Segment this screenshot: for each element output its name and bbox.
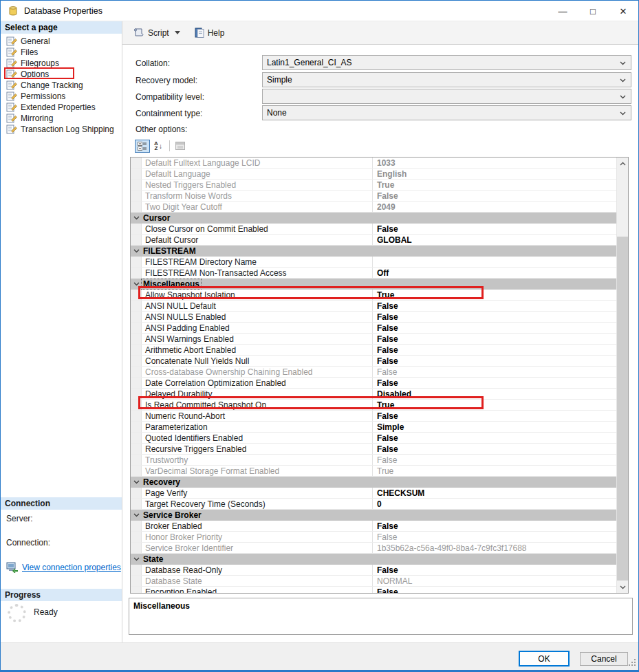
property-value[interactable]: False [373, 367, 616, 377]
property-value[interactable]: English [373, 169, 616, 179]
close-button[interactable]: ✕ [608, 1, 638, 21]
category-row-filestream[interactable]: FILESTREAM [131, 246, 616, 257]
resize-grip[interactable] [629, 659, 636, 666]
sidebar-item-general[interactable]: General [1, 36, 122, 47]
property-value[interactable]: False [373, 312, 616, 322]
scroll-thumb[interactable] [617, 237, 628, 581]
property-row-service-broker-identifier[interactable]: Service Broker Identifier 1b35b62a-c56a-… [131, 543, 616, 554]
collapse-chevron-icon[interactable] [133, 557, 140, 561]
property-row-honor-broker-priority[interactable]: Honor Broker Priority False [131, 532, 616, 543]
collapse-chevron-icon[interactable] [133, 513, 140, 517]
property-value[interactable] [373, 257, 616, 267]
collapse-chevron-icon[interactable] [133, 249, 140, 253]
property-row-two-digit-year-cutoff[interactable]: Two Digit Year Cutoff 2049 [131, 202, 616, 213]
property-value[interactable]: False [373, 191, 616, 201]
property-row-target-recovery-time-seconds[interactable]: Target Recovery Time (Seconds) 0 [131, 499, 616, 510]
help-button[interactable]: Help [191, 25, 228, 41]
property-row-transform-noise-words[interactable]: Transform Noise Words False [131, 191, 616, 202]
property-row-quoted-identifiers-enabled[interactable]: Quoted Identifiers Enabled False [131, 433, 616, 444]
sidebar-item-mirroring[interactable]: Mirroring [1, 113, 122, 124]
script-button[interactable]: Script [129, 25, 191, 40]
property-value[interactable]: 2049 [373, 202, 616, 212]
collation-select[interactable]: Latin1_General_CI_AS [262, 55, 631, 70]
property-row-database-read-only[interactable]: Database Read-Only False [131, 565, 616, 576]
property-value[interactable]: False [373, 378, 616, 388]
property-value[interactable]: True [373, 400, 616, 410]
property-value[interactable]: Disabled [373, 389, 616, 399]
sidebar-item-change-tracking[interactable]: Change Tracking [1, 80, 122, 91]
property-value[interactable]: True [373, 290, 616, 300]
sidebar-item-extended-properties[interactable]: Extended Properties [1, 102, 122, 113]
property-row-encryption-enabled[interactable]: Encryption Enabled False [131, 587, 616, 594]
property-row-database-state[interactable]: Database State NORMAL [131, 576, 616, 587]
category-row-service-broker[interactable]: Service Broker [131, 510, 616, 521]
property-value[interactable]: False [373, 455, 616, 465]
property-value[interactable]: 1b35b62a-c56a-49f0-8ba4-7c9fc3f17688 [373, 543, 616, 553]
view-connection-properties-link[interactable]: View connection properties [22, 563, 121, 572]
property-value[interactable]: False [373, 565, 616, 575]
property-row-filestream-non-transacted-access[interactable]: FILESTREAM Non-Transacted Access Off [131, 268, 616, 279]
script-dropdown-arrow-icon[interactable] [175, 31, 180, 34]
category-row-cursor[interactable]: Cursor [131, 213, 616, 224]
property-row-default-cursor[interactable]: Default Cursor GLOBAL [131, 235, 616, 246]
category-row-recovery[interactable]: Recovery [131, 477, 616, 488]
property-value[interactable]: True [373, 180, 616, 190]
property-row-concatenate-null-yields-null[interactable]: Concatenate Null Yields Null False [131, 356, 616, 367]
sidebar-item-transaction-log-shipping[interactable]: Transaction Log Shipping [1, 124, 122, 135]
collapse-chevron-icon[interactable] [133, 216, 140, 220]
property-row-arithmetic-abort-enabled[interactable]: Arithmetic Abort Enabled False [131, 345, 616, 356]
property-row-is-read-committed-snapshot-on[interactable]: Is Read Committed Snapshot On True [131, 400, 616, 411]
minimize-button[interactable]: — [548, 1, 578, 21]
property-row-numeric-round-abort[interactable]: Numeric Round-Abort False [131, 411, 616, 422]
property-row-recursive-triggers-enabled[interactable]: Recursive Triggers Enabled False [131, 444, 616, 455]
property-row-delayed-durability[interactable]: Delayed Durability Disabled [131, 389, 616, 400]
property-value[interactable]: 1033 [373, 158, 616, 168]
sidebar-item-permissions[interactable]: Permissions [1, 91, 122, 102]
property-value[interactable]: False [373, 224, 616, 234]
property-value[interactable]: False [373, 433, 616, 443]
property-value[interactable]: True [373, 466, 616, 476]
ok-button[interactable]: OK [519, 651, 570, 666]
property-row-broker-enabled[interactable]: Broker Enabled False [131, 521, 616, 532]
property-value[interactable]: False [373, 356, 616, 366]
property-row-ansi-nulls-enabled[interactable]: ANSI NULLS Enabled False [131, 312, 616, 323]
property-row-parameterization[interactable]: Parameterization Simple [131, 422, 616, 433]
maximize-button[interactable]: □ [578, 1, 608, 21]
property-row-ansi-warnings-enabled[interactable]: ANSI Warnings Enabled False [131, 334, 616, 345]
property-row-trustworthy[interactable]: Trustworthy False [131, 455, 616, 466]
property-row-filestream-directory-name[interactable]: FILESTREAM Directory Name [131, 257, 616, 268]
category-row-state[interactable]: State [131, 554, 616, 565]
sidebar-item-filegroups[interactable]: Filegroups [1, 58, 122, 69]
property-row-ansi-padding-enabled[interactable]: ANSI Padding Enabled False [131, 323, 616, 334]
recovery-model-select[interactable]: Simple [262, 72, 631, 87]
property-value[interactable]: False [373, 444, 616, 454]
property-row-vardecimal-storage-format-enabled[interactable]: VarDecimal Storage Format Enabled True [131, 466, 616, 477]
sidebar-item-options[interactable]: Options [1, 69, 122, 80]
property-row-nested-triggers-enabled[interactable]: Nested Triggers Enabled True [131, 180, 616, 191]
property-value[interactable]: CHECKSUM [373, 488, 616, 498]
property-value[interactable]: False [373, 411, 616, 421]
category-row-miscellaneous[interactable]: Miscellaneous [131, 279, 616, 290]
property-row-close-cursor-on-commit-enabled[interactable]: Close Cursor on Commit Enabled False [131, 224, 616, 235]
sidebar-item-files[interactable]: Files [1, 47, 122, 58]
property-value[interactable]: Off [373, 268, 616, 278]
scroll-down-button[interactable] [617, 581, 628, 593]
property-value[interactable]: Simple [373, 422, 616, 432]
scroll-up-button[interactable] [617, 158, 628, 169]
property-row-allow-snapshot-isolation[interactable]: Allow Snapshot Isolation True [131, 290, 616, 301]
property-value[interactable]: False [373, 521, 616, 531]
categorized-button[interactable] [135, 140, 150, 153]
alphabetical-sort-button[interactable]: AZ↓ [151, 140, 166, 153]
property-row-default-fulltext-language-lcid[interactable]: Default Fulltext Language LCID 1033 [131, 158, 616, 169]
cancel-button[interactable]: Cancel [580, 652, 628, 666]
property-row-page-verify[interactable]: Page Verify CHECKSUM [131, 488, 616, 499]
property-value[interactable]: False [373, 345, 616, 355]
property-row-ansi-null-default[interactable]: ANSI NULL Default False [131, 301, 616, 312]
property-value[interactable]: GLOBAL [373, 235, 616, 245]
property-value[interactable]: False [373, 301, 616, 311]
grid-scrollbar[interactable] [616, 158, 628, 593]
property-row-default-language[interactable]: Default Language English [131, 169, 616, 180]
compatibility-level-select[interactable] [262, 89, 631, 104]
property-value[interactable]: NORMAL [373, 576, 616, 586]
property-value[interactable]: False [373, 323, 616, 333]
